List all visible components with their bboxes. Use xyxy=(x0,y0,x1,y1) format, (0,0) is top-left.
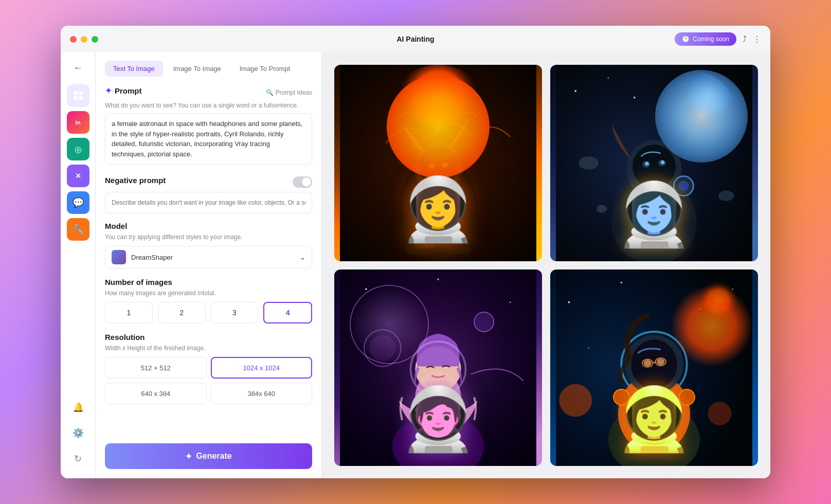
gallery-item-4[interactable] xyxy=(550,269,758,466)
sidebar-bottom: 🔔 ⚙️ ↻ xyxy=(69,398,87,472)
coming-soon-badge: 🕐 Coming soon xyxy=(675,32,736,46)
prompt-hint: What do you want to see? You can use a s… xyxy=(105,102,312,109)
svg-point-36 xyxy=(365,288,367,290)
svg-rect-14 xyxy=(415,222,435,248)
svg-rect-4 xyxy=(340,65,536,261)
left-panel: Text To Image Image To Image Image To Pr… xyxy=(96,52,322,478)
svg-point-50 xyxy=(620,282,622,284)
svg-point-9 xyxy=(412,164,422,173)
main-content: ← in ◎ xyxy=(61,52,770,478)
svg-point-40 xyxy=(369,335,395,361)
refresh-button[interactable]: ↻ xyxy=(69,449,87,468)
count-btn-4[interactable]: 4 xyxy=(263,302,312,323)
prompt-section: ✦ Prompt 🔍 Prompt Ideas What do you want… xyxy=(105,86,312,167)
tab-image-to-image[interactable]: Image To Image xyxy=(165,61,229,77)
svg-point-52 xyxy=(588,348,589,349)
res-btn-512[interactable]: 512 × 512 xyxy=(105,357,207,379)
svg-point-63 xyxy=(644,360,652,367)
negative-prompt-header: Negative prompt xyxy=(105,176,312,188)
gallery-image-1 xyxy=(334,65,542,261)
gallery-item-1[interactable] xyxy=(334,65,542,261)
svg-point-30 xyxy=(645,161,649,166)
svg-point-25 xyxy=(611,179,697,261)
traffic-lights xyxy=(70,36,98,43)
svg-point-12 xyxy=(441,163,448,168)
sidebar-item-x[interactable]: ✕ xyxy=(67,165,89,187)
close-button[interactable] xyxy=(70,36,77,43)
images-count-section: Number of images How many images are gen… xyxy=(105,278,312,323)
sparkle-icon: ✦ xyxy=(105,86,112,96)
svg-point-24 xyxy=(597,205,607,212)
sidebar-item-openai[interactable]: ◎ xyxy=(67,138,89,160)
count-btn-1[interactable]: 1 xyxy=(105,302,153,323)
gallery-item-3[interactable] xyxy=(334,269,542,466)
sidebar-item-linkedin[interactable]: in xyxy=(67,111,89,134)
res-btn-1024[interactable]: 1024 x 1024 xyxy=(211,357,313,379)
res-btn-384[interactable]: 384x 640 xyxy=(211,383,313,404)
maximize-button[interactable] xyxy=(92,36,98,43)
count-btn-2[interactable]: 2 xyxy=(158,302,206,323)
model-section: Model You can try applying different sty… xyxy=(105,222,312,268)
svg-point-38 xyxy=(437,278,439,280)
generate-button[interactable]: ✦ Generate xyxy=(105,443,312,469)
model-thumbnail xyxy=(112,250,126,264)
prompt-ideas-link[interactable]: 🔍 Prompt Ideas xyxy=(266,89,312,96)
svg-point-42 xyxy=(392,413,484,466)
svg-point-17 xyxy=(608,77,609,79)
sidebar: ← in ◎ xyxy=(61,52,96,478)
notifications-button[interactable]: 🔔 xyxy=(69,398,87,417)
svg-point-22 xyxy=(579,156,599,169)
negative-prompt-toggle[interactable] xyxy=(293,176,312,188)
sidebar-nav: in ◎ ✕ 💬 🔧 xyxy=(67,84,89,398)
back-button[interactable]: ← xyxy=(69,59,87,77)
svg-rect-1 xyxy=(79,91,83,95)
tab-image-to-prompt[interactable]: Image To Prompt xyxy=(231,61,299,77)
svg-point-55 xyxy=(708,402,731,425)
settings-button[interactable]: ⚙️ xyxy=(69,424,87,442)
tools-icon: 🔧 xyxy=(73,224,84,235)
count-btn-3[interactable]: 3 xyxy=(211,302,259,323)
sidebar-item-chat[interactable]: 💬 xyxy=(67,191,89,214)
resolution-hint: Width x Height of the finished image. xyxy=(105,345,312,352)
model-select-left: DreamShaper xyxy=(112,250,173,264)
chevron-down-icon: ⌄ xyxy=(300,254,305,261)
prompt-input[interactable]: a female astronaut in space with headpho… xyxy=(105,113,312,165)
linkedin-icon: in xyxy=(76,119,81,125)
model-title: Model xyxy=(105,222,312,230)
svg-point-57 xyxy=(608,404,700,466)
gallery-item-2[interactable] xyxy=(550,65,758,261)
svg-point-7 xyxy=(413,141,463,191)
svg-point-39 xyxy=(364,330,401,366)
svg-point-69 xyxy=(679,389,695,405)
svg-rect-59 xyxy=(638,391,671,437)
resolution-title: Resolution xyxy=(105,333,312,341)
sidebar-item-tools[interactable]: 🔧 xyxy=(67,218,89,241)
app-title: AI Painting xyxy=(396,35,434,43)
res-btn-640[interactable]: 640 x 384 xyxy=(105,383,207,404)
svg-rect-60 xyxy=(641,394,667,410)
x-icon: ✕ xyxy=(75,172,81,180)
clock-icon: 🕐 xyxy=(682,35,690,43)
negative-prompt-input[interactable] xyxy=(105,192,312,213)
minimize-button[interactable] xyxy=(81,36,87,43)
image-gallery xyxy=(322,52,770,478)
svg-rect-2 xyxy=(74,96,78,100)
more-options-icon[interactable]: ⋮ xyxy=(753,34,761,44)
titlebar-actions: 🕐 Coming soon ⤴ ⋮ xyxy=(675,32,761,46)
model-selector[interactable]: DreamShaper ⌄ xyxy=(105,246,312,268)
svg-rect-3 xyxy=(79,96,83,100)
sidebar-item-grid[interactable] xyxy=(67,84,89,107)
svg-point-8 xyxy=(419,147,458,186)
svg-point-5 xyxy=(386,65,491,170)
svg-point-27 xyxy=(633,145,676,188)
gallery-image-4 xyxy=(550,269,758,466)
share-icon[interactable]: ⤴ xyxy=(743,34,747,44)
panel-body: ✦ Prompt 🔍 Prompt Ideas What do you want… xyxy=(96,77,321,434)
tab-text-to-image[interactable]: Text To Image xyxy=(105,61,163,77)
svg-rect-0 xyxy=(74,91,78,95)
coming-soon-label: Coming soon xyxy=(693,35,729,43)
svg-point-51 xyxy=(699,308,701,310)
count-buttons: 1 2 3 4 xyxy=(105,302,312,323)
gallery-image-2 xyxy=(550,65,758,261)
svg-point-37 xyxy=(510,301,511,303)
